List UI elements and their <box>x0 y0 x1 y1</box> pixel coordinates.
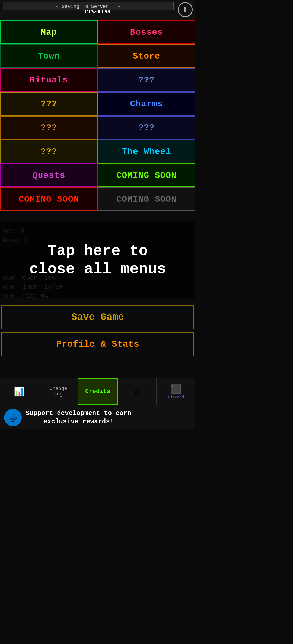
credits-label: Credits <box>85 388 110 395</box>
menu-row-2: Town Store <box>0 44 195 68</box>
support-bar[interactable]: ☕ Support development to earnexclusive r… <box>0 405 195 429</box>
menu-row-4: ??? Charms <box>0 92 195 116</box>
bar-chart-icon: 📊 <box>14 386 25 397</box>
save-game-label: Save Game <box>71 312 124 323</box>
support-icon: ☕ <box>4 409 22 426</box>
map-button[interactable]: Map <box>0 20 98 44</box>
unknown-button-2[interactable]: ??? <box>0 92 98 116</box>
menu-row-8: COMING SOON COMING SOON <box>0 187 195 211</box>
tap-overlay[interactable]: Tap here toclose all menus <box>0 222 195 298</box>
coming-soon-red-button: COMING SOON <box>0 187 98 211</box>
menu-row-6: ??? The Wheel <box>0 140 195 163</box>
nav-changelog-button[interactable]: ChangeLog <box>39 378 78 405</box>
profile-stats-button[interactable]: Profile & Stats <box>1 332 194 356</box>
settings-icon: ⚙ <box>134 386 139 397</box>
header: ✏ Saving To Server...✏ Menu ℹ <box>0 0 195 20</box>
bosses-button[interactable]: Bosses <box>98 20 195 44</box>
bottom-nav: 📊 ChangeLog Credits ⚙ ⬛ Discord <box>0 378 195 405</box>
profile-stats-label: Profile & Stats <box>56 339 139 349</box>
menu-grid: Map Bosses Town Store Rituals ??? ??? Ch… <box>0 20 195 211</box>
info-icon: ℹ <box>184 5 187 14</box>
wheel-button[interactable]: The Wheel <box>98 140 195 163</box>
discord-icon: ⬛ <box>171 384 181 395</box>
menu-row-5: ??? ??? <box>0 116 195 140</box>
support-text: Support development to earnexclusive rew… <box>26 409 131 426</box>
changelog-label: ChangeLog <box>49 386 67 397</box>
unknown-button-1[interactable]: ??? <box>98 68 195 92</box>
coming-soon-gray-button: COMING SOON <box>98 187 195 211</box>
menu-row-3: Rituals ??? <box>0 68 195 92</box>
store-button[interactable]: Store <box>98 44 195 68</box>
saving-text: ✏ Saving To Server...✏ <box>56 3 120 9</box>
charms-button[interactable]: Charms <box>98 92 195 116</box>
town-button[interactable]: Town <box>0 44 98 68</box>
nav-credits-button[interactable]: Credits <box>78 378 118 405</box>
unknown-button-4[interactable]: ??? <box>98 116 195 140</box>
unknown-button-3[interactable]: ??? <box>0 116 98 140</box>
nav-discord-button[interactable]: ⬛ Discord <box>157 378 195 405</box>
rituals-button[interactable]: Rituals <box>0 68 98 92</box>
info-button[interactable]: ℹ <box>178 2 193 17</box>
coming-soon-green-button: COMING SOON <box>98 163 195 187</box>
save-game-button[interactable]: Save Game <box>1 305 194 329</box>
nav-stats-button[interactable]: 📊 <box>0 378 39 405</box>
tap-overlay-text: Tap here toclose all menus <box>29 242 166 278</box>
menu-row-1: Map Bosses <box>0 20 195 44</box>
unknown-button-5[interactable]: ??? <box>0 140 98 163</box>
menu-row-7: Quests COMING SOON <box>0 163 195 187</box>
saving-bar: ✏ Saving To Server...✏ <box>3 2 174 10</box>
quests-button[interactable]: Quests <box>0 163 98 187</box>
nav-settings-button[interactable]: ⚙ <box>118 378 157 405</box>
